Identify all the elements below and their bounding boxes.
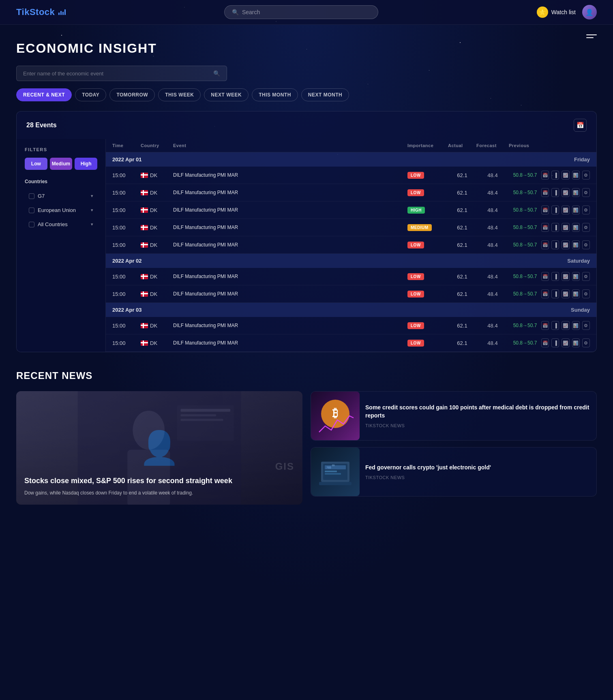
action-calendar[interactable]: 📅 [541, 188, 549, 197]
action-bar-chart[interactable]: ▐ [551, 289, 559, 298]
action-calendar[interactable]: 📅 [541, 321, 549, 330]
event-actions: 📅 ▐ 📈 📊 ⚙ [541, 289, 590, 298]
action-line-chart[interactable]: 📈 [562, 223, 569, 232]
action-calendar[interactable]: 📅 [541, 272, 549, 281]
action-line-chart[interactable]: 📈 [562, 188, 569, 197]
action-line-chart[interactable]: 📈 [562, 338, 569, 347]
country-checkbox-eu[interactable] [29, 208, 34, 213]
country-item-g7[interactable]: G7 ▾ [25, 189, 97, 203]
action-more[interactable]: ⚙ [582, 289, 590, 298]
action-area-chart[interactable]: 📊 [572, 171, 580, 180]
action-more[interactable]: ⚙ [582, 321, 590, 330]
col-actual: Actual [448, 143, 476, 148]
event-previous: 50.8→50.7 [509, 172, 541, 178]
news-featured-article[interactable]: 👤 GIS Stocks close mixed, S&P 500 rises … [16, 391, 302, 505]
col-time: Time [112, 143, 141, 148]
action-more[interactable]: ⚙ [582, 171, 590, 180]
news-article-1-title: Some credit scores could gain 100 points… [365, 404, 591, 420]
svg-rect-16 [319, 482, 352, 485]
calendar-icon-button[interactable]: 📅 [574, 119, 587, 132]
action-bar-chart[interactable]: ▐ [551, 188, 559, 197]
action-area-chart[interactable]: 📊 [572, 321, 580, 330]
action-area-chart[interactable]: 📊 [572, 206, 580, 214]
event-previous: 50.8→50.7 [509, 274, 541, 279]
search-input[interactable] [242, 9, 371, 15]
event-country: DK [141, 242, 173, 248]
tab-recent-next[interactable]: RECENT & NEXT [16, 88, 72, 101]
action-more[interactable]: ⚙ [582, 272, 590, 281]
action-more[interactable]: ⚙ [582, 188, 590, 197]
country-name-eu: European Union [38, 207, 76, 213]
importance-medium-btn[interactable]: Medium [50, 158, 73, 170]
importance-low-btn[interactable]: Low [25, 158, 47, 170]
event-previous: 50.8→50.7 [509, 323, 541, 328]
tab-this-week[interactable]: THIS WEEK [158, 88, 201, 101]
action-bar-chart[interactable]: ▐ [551, 171, 559, 180]
action-area-chart[interactable]: 📊 [572, 188, 580, 197]
action-calendar[interactable]: 📅 [541, 171, 549, 180]
table-row: 15:00 DK DILF Manufacturing PMI MAR LOW … [106, 184, 596, 201]
watchlist-button[interactable]: ⭐ Watch list [537, 6, 576, 18]
action-calendar[interactable]: 📅 [541, 289, 549, 298]
action-area-chart[interactable]: 📊 [572, 272, 580, 281]
action-area-chart[interactable]: 📊 [572, 240, 580, 249]
action-more[interactable]: ⚙ [582, 338, 590, 347]
tab-tomorrow[interactable]: TOMORROW [109, 88, 155, 101]
svg-rect-12 [325, 471, 337, 472]
news-article-1[interactable]: ₿ Some credit scores could gain 100 poin… [311, 391, 597, 441]
event-previous: 50.8→50.7 [509, 207, 541, 213]
logo[interactable]: TikStock [16, 7, 66, 17]
action-line-chart[interactable]: 📈 [562, 272, 569, 281]
country-item-eu[interactable]: European Union ▾ [25, 203, 97, 217]
event-actual: 62.1 [448, 323, 476, 329]
action-more[interactable]: ⚙ [582, 206, 590, 214]
action-bar-chart[interactable]: ▐ [551, 272, 559, 281]
news-article-2[interactable]: 765 55 Fed governor calls crypto 'just e… [311, 447, 597, 497]
action-calendar[interactable]: 📅 [541, 206, 549, 214]
action-calendar[interactable]: 📅 [541, 223, 549, 232]
event-country: DK [141, 207, 173, 213]
event-time: 15:00 [112, 172, 141, 178]
news-article-2-source: TIKSTOCK NEWS [365, 475, 491, 480]
event-previous: 50.8→50.7 [509, 242, 541, 248]
event-name: DILF Manufacturing PMI MAR [173, 225, 407, 230]
tab-today[interactable]: TODAY [75, 88, 106, 101]
date-label-apr01: 2022 Apr 01 [112, 156, 142, 163]
action-line-chart[interactable]: 📈 [562, 289, 569, 298]
action-bar-chart[interactable]: ▐ [551, 321, 559, 330]
svg-rect-5 [181, 414, 216, 416]
tab-next-week[interactable]: NEXT WEEK [204, 88, 249, 101]
table-row: 15:00 DK DILF Manufacturing PMI MAR HIGH… [106, 201, 596, 219]
action-bar-chart[interactable]: ▐ [551, 338, 559, 347]
action-more[interactable]: ⚙ [582, 223, 590, 232]
action-line-chart[interactable]: 📈 [562, 171, 569, 180]
events-header: 28 Events 📅 [17, 111, 596, 139]
country-item-all[interactable]: All Countries ▾ [25, 218, 97, 231]
laptop-graphic: 765 55 [311, 447, 360, 496]
country-checkbox-all[interactable] [29, 222, 34, 227]
tab-this-month[interactable]: THIS MONTH [252, 88, 298, 101]
svg-rect-6 [181, 419, 223, 421]
action-area-chart[interactable]: 📊 [572, 223, 580, 232]
action-bar-chart[interactable]: ▐ [551, 240, 559, 249]
tab-next-month[interactable]: NEXT MONTH [301, 88, 349, 101]
menu-icon[interactable] [586, 34, 597, 38]
news-article-1-content: Some credit scores could gain 100 points… [365, 392, 596, 440]
action-bar-chart[interactable]: ▐ [551, 223, 559, 232]
event-search-input[interactable] [23, 71, 209, 77]
action-area-chart[interactable]: 📊 [572, 338, 580, 347]
flag-dk [141, 323, 148, 328]
action-calendar[interactable]: 📅 [541, 240, 549, 249]
event-actions: 📅 ▐ 📈 📊 ⚙ [541, 321, 590, 330]
event-actual: 62.1 [448, 340, 476, 346]
action-calendar[interactable]: 📅 [541, 338, 549, 347]
action-more[interactable]: ⚙ [582, 240, 590, 249]
country-checkbox-g7[interactable] [29, 193, 34, 199]
action-line-chart[interactable]: 📈 [562, 321, 569, 330]
action-line-chart[interactable]: 📈 [562, 240, 569, 249]
action-line-chart[interactable]: 📈 [562, 206, 569, 214]
action-area-chart[interactable]: 📊 [572, 289, 580, 298]
avatar[interactable]: 👤 [582, 5, 597, 19]
importance-high-btn[interactable]: High [75, 158, 97, 170]
action-bar-chart[interactable]: ▐ [551, 206, 559, 214]
